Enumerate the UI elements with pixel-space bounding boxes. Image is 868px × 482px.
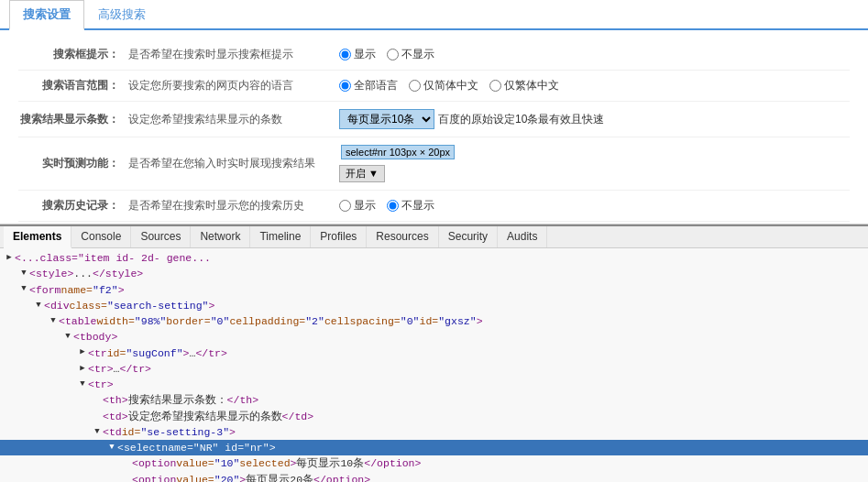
devtools-tab-profiles[interactable]: Profiles [311,226,367,247]
realtime-predict-row: 实时预测功能： 是否希望在您输入时实时展现搜索结果 select#nr 103p… [18,137,850,191]
devtools-tab-elements[interactable]: Elements [4,226,71,248]
lang-traditional-label[interactable]: 仅繁体中文 [489,78,559,93]
triangle-8[interactable] [77,378,88,391]
search-hint-row: 搜索框提示： 是否希望在搜索时显示搜索框提示 显示 不显示 [18,39,850,71]
devtools-tab-audits[interactable]: Audits [498,226,547,247]
tree-line-10[interactable]: <td>设定您希望搜索结果显示的条数</td> [0,409,868,424]
tree-line-6[interactable]: <tr id="sugConf">…</tr> [0,345,868,361]
tree-line-9[interactable]: <th>搜索结果显示条数：</th> [0,392,868,408]
history-hide-label[interactable]: 不显示 [387,198,434,214]
devtools-tab-sources[interactable]: Sources [131,226,191,247]
lang-traditional-radio[interactable] [489,80,501,92]
tree-line-13[interactable]: <option value="10" selected>每页显示10条</opt… [0,455,868,471]
results-count-label: 搜索结果显示条数： [18,112,128,127]
search-language-row: 搜索语言范围： 设定您所要搜索的网页内容的语言 全部语言 仅简体中文 仅繁体中文 [18,71,850,102]
tab-advanced-search[interactable]: 高级搜索 [84,0,159,30]
tree-line-12[interactable]: <select name="NR" id="nr"> [0,440,868,455]
triangle-1[interactable] [18,268,29,280]
triangle-11[interactable] [92,426,103,439]
tree-line-3[interactable]: <div class="search-setting"> [0,298,868,313]
devtools-tab-timeline[interactable]: Timeline [250,226,311,247]
realtime-predict-options: select#nr 103px × 20px 开启 ▼ [339,145,850,182]
open-button[interactable]: 开启 ▼ [339,165,385,182]
results-count-extra: 百度的原始设定10条最有效且快速 [438,112,604,127]
devtools-content: <...class="item id- 2d- gene... <style>.… [0,248,868,482]
tree-line-8[interactable]: <tr> [0,377,868,392]
tree-line-2[interactable]: <form name="f2"> [0,282,868,298]
devtools-tab-network[interactable]: Network [191,226,250,247]
settings-content: 搜索框提示： 是否希望在搜索时显示搜索框提示 显示 不显示 搜索语言范围： 设定… [0,30,868,225]
search-language-options: 全部语言 仅简体中文 仅繁体中文 [339,78,850,93]
search-hint-options: 显示 不显示 [339,47,850,62]
triangle-5[interactable] [62,331,73,344]
search-hint-desc: 是否希望在搜索时显示搜索框提示 [128,47,339,62]
results-count-options: 每页显示10条 每页显示20条 每页显示50条 百度的原始设定10条最有效且快速 [339,109,850,129]
tree-line-4[interactable]: <table width="98%" border="0" cellpaddin… [0,313,868,329]
lang-all-radio[interactable] [339,80,351,92]
tab-search-settings[interactable]: 搜索设置 [9,0,84,30]
tree-line-11[interactable]: <td id="se-setting-3"> [0,424,868,440]
results-count-row: 搜索结果显示条数： 设定您希望搜索结果显示的条数 每页显示10条 每页显示20条… [18,102,850,137]
search-language-desc: 设定您所要搜索的网页内容的语言 [128,78,339,93]
show-radio[interactable] [339,49,351,60]
triangle-3[interactable] [33,300,44,312]
triangle-0[interactable] [4,252,15,265]
realtime-predict-label: 实时预测功能： [18,156,128,171]
triangle-2[interactable] [18,283,29,296]
results-count-dropdown[interactable]: 每页显示10条 每页显示20条 每页显示50条 [339,109,434,129]
tree-line-14[interactable]: <option value="20">每页显示20条</option> [0,472,868,483]
tree-line-1[interactable]: <style>...</style> [0,266,868,281]
realtime-predict-desc: 是否希望在您输入时实时展现搜索结果 [128,156,339,171]
search-history-row: 搜索历史记录： 是否希望在搜索时显示您的搜索历史 显示 不显示 [18,191,850,222]
search-language-label: 搜索语言范围： [18,78,128,93]
lang-simplified-label[interactable]: 仅简体中文 [409,78,478,93]
search-history-options: 显示 不显示 [339,198,850,214]
page-tabs-bar: 搜索设置 高级搜索 [0,0,868,30]
search-history-desc: 是否希望在搜索时显示您的搜索历史 [128,198,339,214]
devtools-tab-security[interactable]: Security [439,226,498,247]
triangle-7[interactable] [77,363,88,376]
devtools-panel: Elements Console Sources Network Timelin… [0,225,868,482]
devtools-tab-console[interactable]: Console [71,226,131,247]
history-hide-radio[interactable] [387,200,399,212]
triangle-4[interactable] [48,315,59,328]
page-area: 搜索设置 高级搜索 搜索框提示： 是否希望在搜索时显示搜索框提示 显示 不显示 … [0,0,868,225]
triangle-6[interactable] [77,346,88,359]
tree-line-0[interactable]: <...class="item id- 2d- gene... [0,250,868,266]
hide-radio[interactable] [387,49,399,60]
select-highlight: select#nr 103px × 20px [341,145,455,159]
results-count-desc: 设定您希望搜索结果显示的条数 [128,112,339,127]
devtools-tabs: Elements Console Sources Network Timelin… [0,226,868,248]
devtools-tab-resources[interactable]: Resources [367,226,438,247]
lang-simplified-radio[interactable] [409,80,421,92]
tree-line-5[interactable]: <tbody> [0,329,868,345]
show-radio-label[interactable]: 显示 [339,47,376,62]
triangle-12[interactable] [106,442,117,455]
history-show-radio[interactable] [339,200,351,212]
lang-all-label[interactable]: 全部语言 [339,78,398,93]
tree-line-7[interactable]: <tr>…</tr> [0,361,868,377]
history-show-label[interactable]: 显示 [339,198,376,214]
search-history-label: 搜索历史记录： [18,198,128,214]
search-hint-label: 搜索框提示： [18,47,128,62]
hide-radio-label[interactable]: 不显示 [387,47,434,62]
